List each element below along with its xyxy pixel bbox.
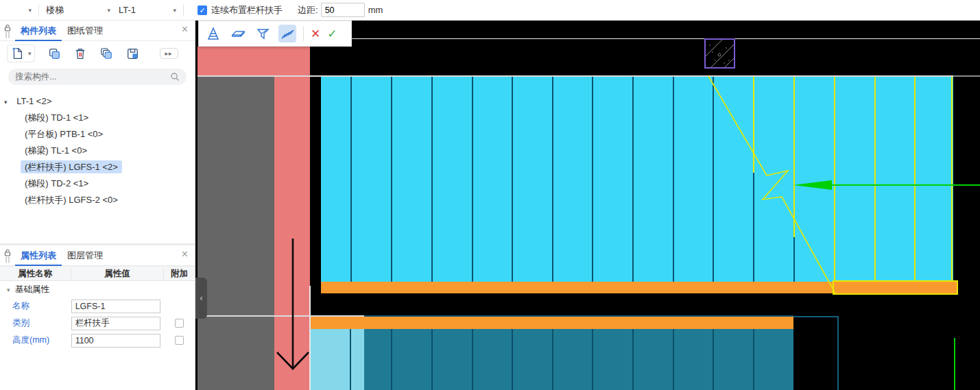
property-table-header: 属性名称 属性值 附加 <box>0 266 195 281</box>
railing-tool-selected[interactable] <box>278 25 296 42</box>
tree-expand-icon[interactable]: ▾ <box>4 99 8 106</box>
save-component-button[interactable] <box>126 47 139 60</box>
platform-slab-tool[interactable] <box>229 25 247 42</box>
category-dropdown[interactable]: 楼梯 ▾ <box>42 2 115 19</box>
copy-between-floors-button[interactable] <box>99 47 113 60</box>
direction-arrowhead-icon <box>793 180 832 190</box>
chevron-down-icon: ▾ <box>28 50 32 57</box>
railing-icon <box>280 26 295 41</box>
category-field[interactable] <box>71 317 160 330</box>
property-row-height: 高度(mm) <box>0 332 195 349</box>
tree-item-lgfs1-selected[interactable]: (栏杆扶手) LGFS-1 <2> <box>0 159 195 175</box>
empty-dropdown[interactable]: ▾ <box>0 2 36 19</box>
copy-component-button[interactable] <box>47 47 61 60</box>
property-table: 属性名称 属性值 附加 ▾ 基础属性 名称 类别 <box>0 266 195 349</box>
chevron-left-icon: ‹ <box>200 293 203 303</box>
layer-copy-icon <box>99 47 113 60</box>
column-property-name: 属性名称 <box>0 268 71 280</box>
tab-property-list[interactable]: 属性列表 <box>15 245 62 266</box>
panel-lock-icon[interactable] <box>0 24 15 38</box>
component-tree: ▾ LT-1 <2> (梯段) TD-1 <1> (平台板) PTB-1 <0>… <box>0 88 195 208</box>
chevron-down-icon: ▾ <box>173 7 176 14</box>
platform-slab-icon <box>230 26 246 41</box>
trash-icon <box>73 47 87 60</box>
margin-unit: mm <box>368 5 383 15</box>
save-archive-icon <box>126 47 139 60</box>
stair-flight-icon <box>206 26 221 41</box>
tree-item-lgfs2[interactable]: (栏杆扶手) LGFS-2 <0> <box>0 192 195 208</box>
confirm-button[interactable]: ✓ <box>327 27 337 41</box>
tab-layer-management[interactable]: 图层管理 <box>62 245 108 266</box>
group-expand-icon[interactable]: ▾ <box>7 287 10 293</box>
chevron-down-icon: ▾ <box>107 7 110 14</box>
top-toolbar: ▾ 楼梯 ▾ LT-1 ▾ ✓ 连续布置栏杆扶手 边距: mm <box>0 0 980 21</box>
stair-beam-icon <box>255 26 270 41</box>
tree-item-ptb1[interactable]: (平台板) PTB-1 <0> <box>0 126 195 143</box>
stair-flight-tool[interactable] <box>204 25 222 42</box>
tree-item-td1[interactable]: (梯段) TD-1 <1> <box>0 110 195 126</box>
left-panel: 构件列表 图纸管理 × ▾ <box>0 21 195 390</box>
cancel-button[interactable]: ✕ <box>311 27 320 41</box>
app-window: ▾ 楼梯 ▾ LT-1 ▾ ✓ 连续布置栏杆扶手 边距: mm <box>0 0 980 390</box>
continuous-railing-label: 连续布置栏杆扶手 <box>211 4 283 16</box>
tab-drawing-management[interactable]: 图纸管理 <box>62 21 108 41</box>
property-row-name: 名称 <box>0 297 195 315</box>
panel-collapse-handle[interactable]: ‹ <box>195 278 207 319</box>
divider <box>38 4 39 16</box>
component-dropdown[interactable]: LT-1 ▾ <box>115 2 180 19</box>
attach-checkbox[interactable] <box>175 336 184 345</box>
component-panel-header: 构件列表 图纸管理 × <box>0 21 195 41</box>
stair-beam-tool[interactable] <box>254 25 272 42</box>
property-panel-header: 属性列表 图层管理 × <box>0 245 195 266</box>
tree-item-tl1[interactable]: (梯梁) TL-1 <0> <box>0 143 195 159</box>
column-property-value: 属性值 <box>71 268 165 280</box>
drawing-canvas[interactable]: ✕ ✓ ‹ <box>195 21 980 390</box>
tab-component-list[interactable]: 构件列表 <box>15 21 62 41</box>
chevron-down-icon: ▾ <box>28 7 32 14</box>
property-row-category: 类别 <box>0 315 195 332</box>
annotation-overlay <box>195 21 980 390</box>
placement-toolbar: ✕ ✓ <box>198 21 352 47</box>
close-icon[interactable]: × <box>182 248 188 260</box>
tree-item-lt1[interactable]: ▾ LT-1 <2> <box>0 93 195 110</box>
margin-label: 边距: <box>298 4 318 16</box>
new-document-icon <box>10 47 24 60</box>
toolbar-expand-button[interactable]: ▸▸ <box>160 48 178 59</box>
tree-item-td2[interactable]: (梯段) TD-2 <1> <box>0 175 195 192</box>
margin-input[interactable] <box>321 3 365 17</box>
component-toolbar: ▾ <box>0 41 195 66</box>
column-attach: 附加 <box>164 268 195 280</box>
close-icon[interactable]: × <box>182 23 188 36</box>
copy-icon <box>47 47 61 60</box>
component-search[interactable] <box>8 69 187 85</box>
category-dropdown-value: 楼梯 <box>46 4 64 16</box>
property-group-basic[interactable]: ▾ 基础属性 <box>0 281 195 297</box>
attach-checkbox[interactable] <box>175 319 184 328</box>
delete-component-button[interactable] <box>73 47 87 60</box>
search-icon <box>170 72 180 82</box>
continuous-railing-checkbox[interactable]: ✓ <box>198 5 207 15</box>
divider <box>183 4 184 16</box>
name-field[interactable] <box>71 300 160 313</box>
new-component-button[interactable]: ▾ <box>7 45 35 62</box>
panel-lock-icon[interactable] <box>0 249 15 263</box>
search-input[interactable] <box>15 72 170 82</box>
divider <box>303 26 304 41</box>
height-field[interactable] <box>71 334 160 348</box>
component-dropdown-value: LT-1 <box>119 5 136 15</box>
